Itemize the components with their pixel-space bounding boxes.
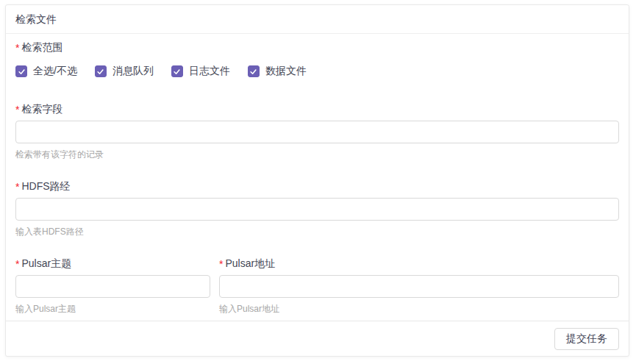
pulsar-topic-input[interactable] (15, 275, 210, 298)
pulsar-topic-hint: 输入Pulsar主题 (15, 304, 210, 314)
form-item-search-field: *检索字段 检索带有该字符的记录 (15, 103, 619, 160)
form-item-search-scope: *检索范围 全选/不选 消息队列 日志文件 数据文件 (15, 41, 619, 78)
form-item-pulsar-address: *Pulsar地址 输入Pulsar地址 (219, 257, 619, 314)
form-item-hdfs-path: *HDFS路经 输入表HDFS路径 (15, 180, 619, 237)
checkbox-checked-icon (15, 65, 27, 77)
checkbox-message-queue[interactable]: 消息队列 (95, 65, 154, 78)
required-asterisk: * (15, 182, 19, 192)
search-files-card: 检索文件 *检索范围 全选/不选 消息队列 日志文件 (5, 4, 629, 357)
card-header: 检索文件 (6, 5, 629, 34)
search-field-input[interactable] (15, 121, 619, 143)
required-asterisk: * (15, 259, 19, 269)
card-body: *检索范围 全选/不选 消息队列 日志文件 数据文件 (6, 34, 629, 321)
checkbox-checked-icon (95, 65, 107, 77)
search-scope-label: *检索范围 (15, 41, 619, 53)
checkbox-checked-icon (171, 65, 183, 77)
pulsar-address-hint: 输入Pulsar地址 (219, 304, 619, 314)
search-scope-checkbox-group: 全选/不选 消息队列 日志文件 数据文件 (15, 65, 619, 78)
required-asterisk: * (15, 43, 19, 53)
checkbox-label: 数据文件 (265, 65, 307, 78)
pulsar-topic-label: *Pulsar主题 (15, 257, 210, 269)
required-asterisk: * (15, 104, 19, 115)
search-field-label: *检索字段 (15, 103, 619, 115)
checkbox-log-file[interactable]: 日志文件 (171, 65, 230, 78)
hdfs-path-input[interactable] (15, 198, 619, 221)
pulsar-row: *Pulsar主题 输入Pulsar主题 *Pulsar地址 输入Pulsar地… (15, 257, 619, 314)
hdfs-path-label: *HDFS路经 (15, 180, 619, 192)
card-title: 检索文件 (15, 13, 57, 25)
required-asterisk: * (219, 259, 223, 269)
pulsar-address-input[interactable] (219, 275, 619, 298)
checkbox-label: 消息队列 (112, 65, 154, 78)
card-footer: 提交任务 (6, 321, 629, 356)
search-field-hint: 检索带有该字符的记录 (15, 149, 619, 160)
checkbox-select-all[interactable]: 全选/不选 (15, 65, 77, 78)
checkbox-label: 日志文件 (189, 65, 230, 78)
checkbox-checked-icon (248, 65, 260, 77)
checkbox-data-file[interactable]: 数据文件 (248, 65, 307, 78)
checkbox-label: 全选/不选 (33, 65, 77, 78)
hdfs-path-hint: 输入表HDFS路径 (15, 226, 619, 237)
submit-task-button[interactable]: 提交任务 (554, 328, 619, 350)
form-item-pulsar-topic: *Pulsar主题 输入Pulsar主题 (15, 257, 210, 314)
pulsar-address-label: *Pulsar地址 (219, 257, 619, 269)
